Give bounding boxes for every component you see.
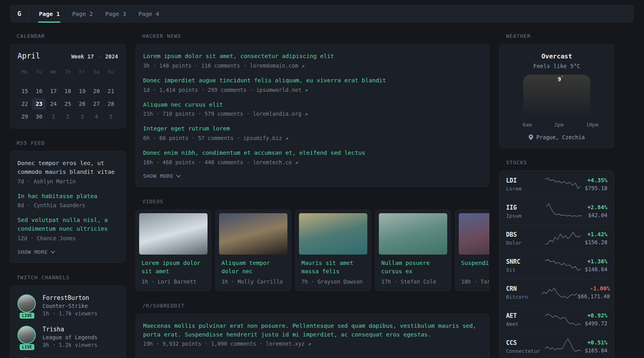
calendar-day-headers: MoTuWeThFrSaSu xyxy=(17,67,118,78)
twitch-channel-game: League of Legends xyxy=(43,334,97,340)
dashboard-columns: CALENDAR April Week 17 · 2024 MoTuWeThFr… xyxy=(10,33,644,358)
stock-price: $156.28 xyxy=(585,239,607,245)
stock-values: -1.00% $66,171.48 xyxy=(578,285,610,300)
hackernews-item-title[interactable]: Integer eget rutrum lorem xyxy=(143,125,482,133)
stock-row[interactable]: CRN Bitcorn -1.00% $66,171.48 xyxy=(506,279,607,306)
subreddit-card: Maecenas mollis pulvinar erat non posuer… xyxy=(136,314,489,358)
hackernews-show-more-button[interactable]: SHOW MORE xyxy=(143,173,482,179)
stock-row[interactable]: LDI Lorem +4.35% $795.18 xyxy=(506,171,607,198)
page-tab[interactable]: Page 1 xyxy=(38,5,60,23)
stock-row[interactable]: SNRC Sit +1.36% $148.64 xyxy=(506,252,607,279)
rss-show-more-button[interactable]: SHOW MORE xyxy=(17,249,118,255)
calendar-date-cell: 18 xyxy=(60,85,75,97)
stock-values: +0.51% $165.84 xyxy=(585,339,607,354)
stock-name: Consectetur xyxy=(506,348,541,354)
left-column: CALENDAR April Week 17 · 2024 MoTuWeThFr… xyxy=(10,33,126,358)
twitch-avatar-wrap: LIVE xyxy=(17,294,37,317)
stock-id: IIG Ipsum xyxy=(506,204,541,219)
stock-row[interactable]: AET Amet +0.92% $499.72 xyxy=(506,306,607,333)
video-title: Mauris sit amet massa felis xyxy=(301,259,365,276)
page-tab[interactable]: Page 4 xyxy=(138,5,160,23)
live-badge: LIVE xyxy=(19,344,34,350)
stock-ticker: CRN xyxy=(506,285,541,292)
stocks-widget: STOCKS LDI Lorem +4.35% $79 xyxy=(499,160,614,358)
stock-sparkline xyxy=(541,284,578,300)
stock-price: $148.64 xyxy=(585,266,607,272)
video-card[interactable]: Mauris sit amet massa felis 7h · Grayson… xyxy=(295,210,371,291)
rss-list: Donec tempor eros leo, ut commodo mauris… xyxy=(17,159,118,241)
chevron-down-icon xyxy=(50,251,55,254)
stock-row[interactable]: DBS Dolor +1.42% $156.28 xyxy=(506,225,607,252)
video-card[interactable]: Nullam posuere cursus ex 17h · Stefan Co… xyxy=(375,210,451,291)
video-card[interactable]: Aliquam tempor dolor nec pharetra… 1h · … xyxy=(215,210,291,291)
page-tab[interactable]: Page 3 xyxy=(105,5,127,23)
twitch-channel-name: ForrestBurton xyxy=(43,294,97,302)
rss-item-title[interactable]: In hac habitasse platea xyxy=(17,192,118,201)
twitch-card: LIVE ForrestBurton Counter-Strike 1h · 1… xyxy=(10,286,126,358)
stock-row[interactable]: IIG Ipsum +2.84% $42.04 xyxy=(506,198,607,225)
video-card[interactable]: Suspendisse diam 18h · Tara xyxy=(455,210,489,291)
hackernews-item: Lorem ipsum dolor sit amet, consectetur … xyxy=(143,52,482,69)
hackernews-list: Lorem ipsum dolor sit amet, consectetur … xyxy=(143,52,482,165)
weather-hour-label xyxy=(578,122,586,128)
twitch-channel-row[interactable]: LIVE ForrestBurton Counter-Strike 1h · 1… xyxy=(17,294,118,317)
stock-ticker: LDI xyxy=(506,177,541,184)
page-tab[interactable]: Page 2 xyxy=(71,5,93,23)
hackernews-item-meta-text: 21h · 710 points · 579 comments · loreml… xyxy=(143,111,305,117)
hackernews-widget: HACKER NEWS Lorem ipsum dolor sit amet, … xyxy=(136,33,489,187)
hackernews-item-meta: 16h · 468 points · 440 comments · loremt… xyxy=(143,159,482,165)
stock-price: $165.84 xyxy=(585,347,607,354)
weather-hour-label: 2pm xyxy=(554,122,563,128)
calendar-date-cell: 24 xyxy=(46,98,60,110)
video-card[interactable]: Lorem ipsum dolor sit amet consectetu… 1… xyxy=(136,210,211,291)
avatar xyxy=(17,294,36,313)
stock-row[interactable]: CCS Consectetur +0.51% $165.84 xyxy=(506,333,607,358)
external-link-icon: ↗ xyxy=(305,111,308,117)
weather-current-temp: 9° xyxy=(558,75,564,82)
topbar-divider xyxy=(29,5,29,23)
hackernews-item-title[interactable]: Donec enim nibh, condimentum et accumsan… xyxy=(143,149,482,158)
stock-ticker: CCS xyxy=(506,339,541,346)
rss-item-meta: 8d · Cynthia Saunders xyxy=(17,202,118,208)
hackernews-item-title[interactable]: Lorem ipsum dolor sit amet, consectetur … xyxy=(143,52,482,61)
hackernews-item: Integer eget rutrum lorem 6h · 60 points… xyxy=(143,125,482,141)
calendar-date-cell: 22 xyxy=(17,98,32,110)
app-logo[interactable]: G xyxy=(10,5,29,23)
hackernews-item-title[interactable]: Donec imperdiet augue tincidunt felis al… xyxy=(143,76,482,85)
top-bar: G Page 1 Page 2 Page 3 Page 4 xyxy=(10,5,634,23)
stock-name: Ipsum xyxy=(506,213,541,219)
weather-feels-like: Feels like 5°C xyxy=(508,63,606,69)
stock-id: CRN Bitcorn xyxy=(506,285,541,300)
rss-card: Donec tempor eros leo, ut commodo mauris… xyxy=(10,151,126,263)
weather-hour-label xyxy=(598,122,606,128)
stock-price: $795.18 xyxy=(585,185,607,191)
stock-id: CCS Consectetur xyxy=(506,339,541,354)
stock-sparkline xyxy=(545,230,581,246)
page-tabs: Page 1 Page 2 Page 3 Page 4 xyxy=(38,5,160,23)
subreddit-post-title[interactable]: Maecenas mollis pulvinar erat non posuer… xyxy=(143,322,482,339)
rss-item-title[interactable]: Donec tempor eros leo, ut commodo mauris… xyxy=(17,159,118,177)
hackernews-item-meta-text: 1d · 1,414 points · 299 comments · ipsum… xyxy=(143,87,305,93)
calendar-date-cell: 5 xyxy=(104,111,118,123)
calendar-date-cell: 25 xyxy=(60,98,75,110)
stock-id: DBS Dolor xyxy=(506,231,541,246)
live-badge: LIVE xyxy=(19,313,34,319)
video-thumbnail xyxy=(379,213,447,255)
stock-name: Bitcorn xyxy=(506,294,541,300)
stock-change: +2.84% xyxy=(587,204,607,210)
external-link-icon: ↗ xyxy=(285,135,289,141)
weather-hour-label xyxy=(515,122,523,128)
calendar-week: Week 17 xyxy=(71,53,94,60)
twitch-channel-row[interactable]: LIVE Trisha League of Legends 3h · 1.2k … xyxy=(17,326,118,348)
external-link-icon: ↗ xyxy=(301,62,305,69)
video-title: Aliquam tempor dolor nec pharetra… xyxy=(221,259,285,276)
weather-hour-label xyxy=(532,122,539,128)
rss-item-meta: 7d · Ashlyn Martin xyxy=(17,178,118,185)
calendar-date-cell: 4 xyxy=(89,111,104,123)
stock-sparkline xyxy=(546,203,582,219)
rss-item-title[interactable]: Sed volutpat nulla nisl, a condimentum n… xyxy=(17,216,118,233)
stock-values: +2.84% $42.04 xyxy=(587,204,607,218)
hackernews-item-title[interactable]: Aliquam nec cursus elit xyxy=(143,101,482,109)
video-meta: 7h · Grayson Dawson xyxy=(301,278,365,285)
weather-hour-label xyxy=(539,122,547,128)
